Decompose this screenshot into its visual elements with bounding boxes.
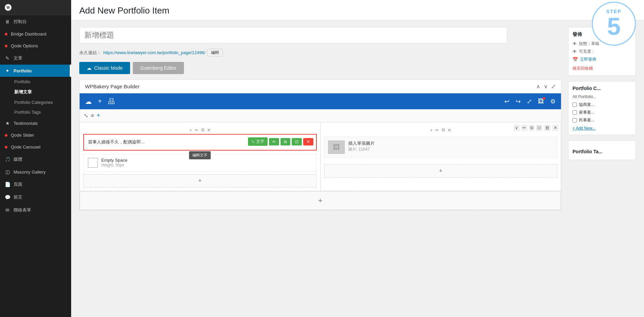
all-portfolios-label: All Portfolio... [573, 94, 631, 99]
sidebar-item-pages[interactable]: 📄 頁面 [0, 178, 71, 191]
row-menu-icon[interactable]: ≡ [91, 113, 94, 119]
col-action-down[interactable]: ∨ [514, 124, 520, 131]
toolbar-undo-icon[interactable]: ↩ [504, 98, 510, 105]
cat-checkbox-0[interactable] [573, 103, 577, 107]
classic-mode-button[interactable]: ☁ Classic Mode [79, 62, 130, 74]
wpb-right-col: + ✏ ⧉ ✕ ∨ ✏ ⧉ ⊡ 🗑 ✕ [320, 122, 561, 191]
col-add-element-button[interactable]: + [83, 174, 317, 187]
panel-close-icon[interactable]: ⤢ [551, 83, 556, 90]
sidebar-item-media[interactable]: 🎵 媒體 [0, 153, 71, 166]
articles-icon: ✎ [5, 55, 10, 61]
add-new-cat-link[interactable]: + Add New... [573, 126, 631, 131]
text-block-actions: ⤡ 文字 ✏ ⧉ [248, 137, 313, 146]
toolbar-redo-icon[interactable]: ↪ [516, 98, 521, 105]
text-parent-button[interactable]: ⊡ [292, 138, 302, 145]
text-clone-button[interactable]: ⧉ [281, 138, 290, 145]
right-col-copy-icon[interactable]: ⧉ [442, 127, 445, 133]
editor-column: 永久連結： https://www.linelawyer.com.tw/port… [79, 27, 561, 310]
col-edit-icon[interactable]: ✏ [195, 128, 199, 133]
sidebar-item-comments[interactable]: 💬 留言 [0, 191, 71, 204]
empty-space-title: Empty Space [101, 158, 127, 163]
collapse-down-icon[interactable]: ∨ [544, 83, 548, 90]
wpb-left-col: + ✏ ⧉ ✕ 當事人婚後不久，配偶旋即... [80, 122, 320, 191]
col-right-actions: ∨ ✏ ⧉ ⊡ 🗑 ✕ [514, 124, 559, 131]
sidebar-item-portfolio[interactable]: ✦ Portfolio [0, 65, 71, 77]
col-action-copy[interactable]: ⧉ [529, 124, 535, 131]
publish-link[interactable]: 立即發佈 [580, 56, 596, 62]
cat-checkbox-1[interactable] [573, 110, 577, 115]
row-add-icon[interactable]: + [97, 112, 100, 119]
sidebar-item-label: Testimonials [14, 121, 38, 126]
permalink-url[interactable]: https://www.linelawyer.com.tw/portfolio_… [103, 50, 205, 55]
sidebar-sub-portfolio[interactable]: Portfolio [9, 77, 71, 87]
delete-link[interactable]: 移至回收桶 [573, 66, 593, 71]
col-action-pencil[interactable]: ✏ [521, 124, 527, 131]
sidebar-item-qode-carousel[interactable]: Qode Carousel [0, 141, 71, 153]
cat-label-1: 家事案... [579, 110, 595, 115]
portfolio-tags-title: Portfolio Ta... [573, 149, 631, 154]
sidebar-sub-add-new[interactable]: 新增文章 [9, 87, 71, 97]
contact-icon: ✉ [5, 207, 10, 213]
post-title-input[interactable] [79, 27, 507, 43]
sidebar-item-contact[interactable]: ✉ 聯絡表單 [0, 204, 71, 217]
image-thumbnail: 🖼 [328, 140, 345, 154]
sidebar-item-dashboard[interactable]: 🖥 控制台 [0, 15, 71, 28]
sidebar-logo[interactable]: W [0, 0, 71, 15]
text-expand-button[interactable]: ⤡ 文字 [248, 137, 268, 146]
col-action-copy2[interactable]: ⊡ [536, 124, 542, 131]
right-col-edit-icon[interactable]: ✏ [435, 128, 439, 133]
sidebar-item-testimonials[interactable]: ★ Testimonials [0, 117, 71, 129]
add-row-button[interactable]: + [80, 191, 561, 210]
cat-label-0: 協商案... [579, 102, 595, 108]
permalink-label: 永久連結： [79, 50, 101, 56]
text-close-button[interactable]: ✕ [303, 138, 313, 145]
wpbakery-toolbar: ☁ + 品 ↩ ↪ ⤢ 🖼 ⚙ [80, 93, 561, 109]
sidebar-sub-tags[interactable]: Portfolio Tags [9, 107, 71, 117]
wpbakery-title: WPBakery Page Builder [85, 84, 140, 89]
col-close-icon[interactable]: ✕ [207, 128, 211, 133]
col-top-actions-left: + ✏ ⧉ ✕ [83, 126, 317, 134]
sidebar-item-qode-slider[interactable]: Qode Slider [0, 129, 71, 141]
col-action-trash[interactable]: 🗑 [544, 124, 551, 131]
cat-item-0: 協商案... [573, 102, 631, 108]
right-col-add-icon[interactable]: + [430, 128, 433, 133]
sidebar-item-masonry[interactable]: ◫ Masonry Gallery [0, 166, 71, 178]
collapse-up-icon[interactable]: ∧ [536, 83, 540, 90]
sidebar-item-qode-options[interactable]: Qode Options [0, 40, 71, 52]
qode-slider-dot-icon [5, 134, 7, 137]
toolbar-image-icon[interactable]: 🖼 [538, 98, 544, 105]
bridge-dot-icon [5, 33, 7, 36]
row-expand-icon[interactable]: ⤡ [84, 112, 88, 119]
image-block: 🖼 插入單張圖片 圖片: 11647 [324, 137, 558, 158]
gutenberg-editor-button[interactable]: Gutenberg Editor [133, 62, 184, 74]
toolbar-expand-icon[interactable]: ⤢ [527, 98, 532, 105]
qode-carousel-dot-icon [5, 146, 7, 149]
permalink-edit-button[interactable]: 編輯 [207, 49, 223, 56]
eye-icon: 👁 [573, 41, 577, 46]
toolbar-add-icon[interactable]: + [98, 97, 102, 105]
sidebar-sub-categories[interactable]: Portfolio Categories [9, 97, 71, 107]
toolbar-settings-icon[interactable]: ⚙ [550, 98, 556, 105]
right-col-add-element-button[interactable]: + [324, 164, 558, 178]
col-copy-icon[interactable]: ⧉ [201, 127, 204, 133]
calendar-icon: 📅 [573, 57, 578, 62]
cat-checkbox-2[interactable] [573, 118, 577, 122]
toolbar-cloud-icon[interactable]: ☁ [85, 97, 92, 106]
portfolio-cat-title: Portfolio C... [573, 86, 631, 91]
col-action-close[interactable]: ✕ [552, 124, 559, 131]
col-add-icon[interactable]: + [189, 128, 192, 133]
image-block-title: 插入單張圖片 [348, 140, 375, 146]
sidebar-item-label: 頁面 [14, 181, 22, 187]
right-col-close-icon[interactable]: ✕ [448, 128, 451, 133]
portfolio-icon: ✦ [5, 68, 10, 73]
expand-icon: ⤡ [251, 139, 255, 144]
visible-label: 可見度： [579, 49, 595, 54]
toolbar-grid-icon[interactable]: 品 [108, 97, 115, 106]
text-block-content: 當事人婚後不久，配偶旋即... ⤡ 文字 ✏ [88, 139, 312, 146]
comments-icon: 💬 [5, 195, 10, 200]
sidebar-item-bridge-dashboard[interactable]: Bridge Dashboard [0, 28, 71, 40]
text-edit-button[interactable]: ✏ [269, 138, 279, 145]
sidebar-item-label: 媒體 [14, 156, 22, 162]
sidebar-item-label: 留言 [14, 194, 22, 200]
sidebar-item-articles[interactable]: ✎ 文章 [0, 52, 71, 65]
